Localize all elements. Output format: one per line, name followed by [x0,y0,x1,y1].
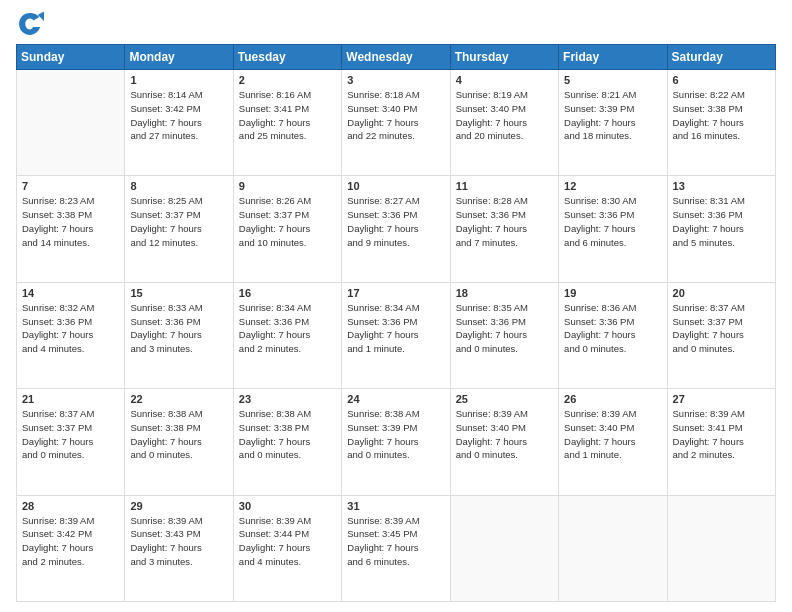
day-cell: 27Sunrise: 8:39 AMSunset: 3:41 PMDayligh… [667,389,775,495]
day-cell: 14Sunrise: 8:32 AMSunset: 3:36 PMDayligh… [17,282,125,388]
calendar-body: 1Sunrise: 8:14 AMSunset: 3:42 PMDaylight… [17,70,776,602]
day-cell: 20Sunrise: 8:37 AMSunset: 3:37 PMDayligh… [667,282,775,388]
week-row: 28Sunrise: 8:39 AMSunset: 3:42 PMDayligh… [17,495,776,601]
day-number: 23 [239,393,336,405]
day-number: 10 [347,180,444,192]
day-number: 22 [130,393,227,405]
day-cell: 6Sunrise: 8:22 AMSunset: 3:38 PMDaylight… [667,70,775,176]
day-info: Sunrise: 8:39 AMSunset: 3:45 PMDaylight:… [347,514,444,569]
day-info: Sunrise: 8:21 AMSunset: 3:39 PMDaylight:… [564,88,661,143]
day-number: 16 [239,287,336,299]
day-info: Sunrise: 8:30 AMSunset: 3:36 PMDaylight:… [564,194,661,249]
day-number: 14 [22,287,119,299]
day-number: 13 [673,180,770,192]
day-number: 3 [347,74,444,86]
day-cell [559,495,667,601]
day-number: 2 [239,74,336,86]
day-info: Sunrise: 8:27 AMSunset: 3:36 PMDaylight:… [347,194,444,249]
day-number: 25 [456,393,553,405]
header-cell-thursday: Thursday [450,45,558,70]
day-number: 27 [673,393,770,405]
day-cell: 12Sunrise: 8:30 AMSunset: 3:36 PMDayligh… [559,176,667,282]
day-cell: 3Sunrise: 8:18 AMSunset: 3:40 PMDaylight… [342,70,450,176]
day-number: 9 [239,180,336,192]
day-info: Sunrise: 8:32 AMSunset: 3:36 PMDaylight:… [22,301,119,356]
day-cell: 15Sunrise: 8:33 AMSunset: 3:36 PMDayligh… [125,282,233,388]
day-number: 11 [456,180,553,192]
day-info: Sunrise: 8:25 AMSunset: 3:37 PMDaylight:… [130,194,227,249]
day-cell: 26Sunrise: 8:39 AMSunset: 3:40 PMDayligh… [559,389,667,495]
day-info: Sunrise: 8:35 AMSunset: 3:36 PMDaylight:… [456,301,553,356]
calendar-header: SundayMondayTuesdayWednesdayThursdayFrid… [17,45,776,70]
day-number: 8 [130,180,227,192]
day-info: Sunrise: 8:39 AMSunset: 3:44 PMDaylight:… [239,514,336,569]
week-row: 21Sunrise: 8:37 AMSunset: 3:37 PMDayligh… [17,389,776,495]
day-number: 21 [22,393,119,405]
day-number: 4 [456,74,553,86]
day-cell: 22Sunrise: 8:38 AMSunset: 3:38 PMDayligh… [125,389,233,495]
logo-icon [16,10,44,38]
day-info: Sunrise: 8:14 AMSunset: 3:42 PMDaylight:… [130,88,227,143]
day-cell: 19Sunrise: 8:36 AMSunset: 3:36 PMDayligh… [559,282,667,388]
day-number: 19 [564,287,661,299]
week-row: 1Sunrise: 8:14 AMSunset: 3:42 PMDaylight… [17,70,776,176]
day-cell [17,70,125,176]
day-cell: 16Sunrise: 8:34 AMSunset: 3:36 PMDayligh… [233,282,341,388]
day-cell: 24Sunrise: 8:38 AMSunset: 3:39 PMDayligh… [342,389,450,495]
day-info: Sunrise: 8:39 AMSunset: 3:42 PMDaylight:… [22,514,119,569]
header-cell-monday: Monday [125,45,233,70]
day-info: Sunrise: 8:37 AMSunset: 3:37 PMDaylight:… [22,407,119,462]
week-row: 7Sunrise: 8:23 AMSunset: 3:38 PMDaylight… [17,176,776,282]
day-number: 6 [673,74,770,86]
day-cell: 30Sunrise: 8:39 AMSunset: 3:44 PMDayligh… [233,495,341,601]
day-cell: 13Sunrise: 8:31 AMSunset: 3:36 PMDayligh… [667,176,775,282]
header-cell-saturday: Saturday [667,45,775,70]
day-info: Sunrise: 8:19 AMSunset: 3:40 PMDaylight:… [456,88,553,143]
day-number: 30 [239,500,336,512]
day-info: Sunrise: 8:23 AMSunset: 3:38 PMDaylight:… [22,194,119,249]
day-cell: 8Sunrise: 8:25 AMSunset: 3:37 PMDaylight… [125,176,233,282]
day-number: 17 [347,287,444,299]
day-info: Sunrise: 8:22 AMSunset: 3:38 PMDaylight:… [673,88,770,143]
day-info: Sunrise: 8:18 AMSunset: 3:40 PMDaylight:… [347,88,444,143]
day-cell: 29Sunrise: 8:39 AMSunset: 3:43 PMDayligh… [125,495,233,601]
day-cell: 28Sunrise: 8:39 AMSunset: 3:42 PMDayligh… [17,495,125,601]
day-info: Sunrise: 8:39 AMSunset: 3:41 PMDaylight:… [673,407,770,462]
day-cell: 11Sunrise: 8:28 AMSunset: 3:36 PMDayligh… [450,176,558,282]
day-cell: 25Sunrise: 8:39 AMSunset: 3:40 PMDayligh… [450,389,558,495]
day-number: 20 [673,287,770,299]
day-cell: 1Sunrise: 8:14 AMSunset: 3:42 PMDaylight… [125,70,233,176]
day-cell: 2Sunrise: 8:16 AMSunset: 3:41 PMDaylight… [233,70,341,176]
day-number: 26 [564,393,661,405]
day-number: 5 [564,74,661,86]
day-info: Sunrise: 8:26 AMSunset: 3:37 PMDaylight:… [239,194,336,249]
header-row: SundayMondayTuesdayWednesdayThursdayFrid… [17,45,776,70]
day-info: Sunrise: 8:38 AMSunset: 3:38 PMDaylight:… [239,407,336,462]
day-info: Sunrise: 8:31 AMSunset: 3:36 PMDaylight:… [673,194,770,249]
day-cell: 10Sunrise: 8:27 AMSunset: 3:36 PMDayligh… [342,176,450,282]
day-number: 7 [22,180,119,192]
day-number: 12 [564,180,661,192]
day-info: Sunrise: 8:37 AMSunset: 3:37 PMDaylight:… [673,301,770,356]
day-cell: 18Sunrise: 8:35 AMSunset: 3:36 PMDayligh… [450,282,558,388]
header-cell-tuesday: Tuesday [233,45,341,70]
day-number: 29 [130,500,227,512]
day-info: Sunrise: 8:16 AMSunset: 3:41 PMDaylight:… [239,88,336,143]
day-number: 15 [130,287,227,299]
day-info: Sunrise: 8:39 AMSunset: 3:43 PMDaylight:… [130,514,227,569]
day-cell: 17Sunrise: 8:34 AMSunset: 3:36 PMDayligh… [342,282,450,388]
day-cell: 31Sunrise: 8:39 AMSunset: 3:45 PMDayligh… [342,495,450,601]
day-cell: 7Sunrise: 8:23 AMSunset: 3:38 PMDaylight… [17,176,125,282]
day-cell [450,495,558,601]
week-row: 14Sunrise: 8:32 AMSunset: 3:36 PMDayligh… [17,282,776,388]
page: SundayMondayTuesdayWednesdayThursdayFrid… [0,0,792,612]
day-number: 18 [456,287,553,299]
day-info: Sunrise: 8:39 AMSunset: 3:40 PMDaylight:… [564,407,661,462]
day-number: 31 [347,500,444,512]
day-info: Sunrise: 8:36 AMSunset: 3:36 PMDaylight:… [564,301,661,356]
day-info: Sunrise: 8:38 AMSunset: 3:38 PMDaylight:… [130,407,227,462]
header-cell-friday: Friday [559,45,667,70]
day-info: Sunrise: 8:28 AMSunset: 3:36 PMDaylight:… [456,194,553,249]
day-cell [667,495,775,601]
day-cell: 5Sunrise: 8:21 AMSunset: 3:39 PMDaylight… [559,70,667,176]
